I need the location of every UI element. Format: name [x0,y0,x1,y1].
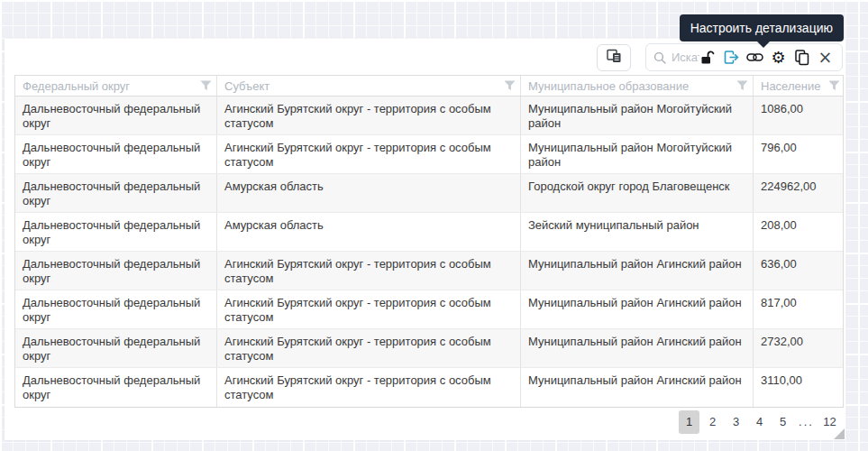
close-icon[interactable]: × [817,49,834,66]
cell-subject: Амурская область [217,213,521,251]
cell-municipality: Городской округ город Благовещенск [521,174,754,212]
table-row[interactable]: Дальневосточный федеральный округ Амурск… [15,213,843,252]
cell-municipality: Муниципальный район Агинский район [521,368,754,407]
resize-handle[interactable] [834,428,845,439]
lock-open-icon[interactable] [699,49,717,66]
cell-subject: Агинский Бурятский округ - территория с … [217,135,521,173]
table-row[interactable]: Дальневосточный федеральный округ Агинск… [15,97,843,135]
cell-subject: Агинский Бурятский округ - территория с … [217,97,521,134]
cell-population: 208,00 [754,213,845,251]
cell-municipality: Муниципальный район Агинский район [521,329,754,367]
column-header-federal-district[interactable]: Федеральный округ [15,76,217,96]
cell-subject: Агинский Бурятский округ - территория с … [217,290,521,328]
cell-population: 636,00 [754,252,845,290]
drill-down-icon[interactable] [723,49,740,66]
column-label: Муниципальное образование [528,79,689,93]
cell-population: 817,00 [754,290,845,328]
gear-icon[interactable]: ⚙ [770,49,787,66]
cell-subject: Агинский Бурятский округ - территория с … [217,329,521,367]
table-row[interactable]: Дальневосточный федеральный округ Агинск… [15,368,843,407]
data-table: Федеральный округ Субъект Муниципальное … [14,75,844,408]
column-header-population[interactable]: Население [754,76,845,96]
table-copy-icon [607,49,622,67]
table-row[interactable]: Дальневосточный федеральный округ Агинск… [15,135,843,174]
cell-federal-district: Дальневосточный федеральный округ [15,213,217,251]
cell-federal-district: Дальневосточный федеральный округ [15,135,217,173]
pagination: 1 2 3 4 5 ... 12 [679,410,840,434]
cell-municipality: Муниципальный район Могойтуйский район [521,97,754,134]
link-icon[interactable] [746,49,763,66]
page-button-1[interactable]: 1 [679,410,699,434]
table-row[interactable]: Дальневосточный федеральный округ Агинск… [15,329,843,368]
cell-federal-district: Дальневосточный федеральный округ [15,252,217,290]
cell-federal-district: Дальневосточный федеральный округ [15,329,217,367]
cell-population: 3110,00 [754,368,845,407]
page-button-3[interactable]: 3 [726,410,746,434]
table-header-row: Федеральный округ Субъект Муниципальное … [15,76,843,97]
cell-municipality: Муниципальный район Агинский район [521,290,754,328]
tooltip-text: Настроить детализацию [690,21,833,35]
column-label: Население [761,79,820,93]
funnel-icon[interactable] [828,80,840,91]
table-widget-panel: ⚙ × Федеральный округ Субъект [5,39,845,440]
copy-icon[interactable] [793,49,810,66]
view-data-button[interactable] [597,44,631,71]
cell-subject: Агинский Бурятский округ - территория с … [217,252,521,290]
funnel-icon[interactable] [200,80,212,91]
page-button-5[interactable]: 5 [772,410,793,434]
cell-municipality: Зейский муниципальный район [521,213,754,251]
cell-municipality: Муниципальный район Могойтуйский район [521,135,754,173]
tooltip: Настроить детализацию [680,14,844,41]
column-header-subject[interactable]: Субъект [217,76,521,96]
cell-population: 1086,00 [754,97,845,134]
page-button-2[interactable]: 2 [702,410,723,434]
pagination-ellipsis: ... [796,410,817,434]
funnel-icon[interactable] [736,80,748,91]
cell-federal-district: Дальневосточный федеральный округ [15,290,217,328]
page-button-4[interactable]: 4 [749,410,770,434]
cell-federal-district: Дальневосточный федеральный округ [15,368,217,407]
table-row[interactable]: Дальневосточный федеральный округ Агинск… [15,290,843,329]
cell-federal-district: Дальневосточный федеральный округ [15,174,217,212]
widget-toolbar: ⚙ × [645,43,843,71]
tooltip-caret [757,41,770,48]
toolbar-icon-group: ⚙ × [699,49,834,66]
cell-population: 796,00 [754,135,845,173]
column-label: Федеральный округ [23,79,130,93]
search-input[interactable] [672,51,699,64]
search-icon [653,51,666,64]
column-header-municipality[interactable]: Муниципальное образование [521,76,754,96]
column-label: Субъект [224,79,270,93]
table-row[interactable]: Дальневосточный федеральный округ Амурск… [15,174,843,213]
cell-population: 2732,00 [754,329,845,367]
cell-municipality: Муниципальный район Агинский район [521,252,754,290]
cell-subject: Агинский Бурятский округ - территория с … [217,368,521,407]
funnel-icon[interactable] [504,80,516,91]
cell-population: 224962,00 [754,174,845,212]
cell-subject: Амурская область [217,174,521,212]
table-row[interactable]: Дальневосточный федеральный округ Агинск… [15,252,843,290]
cell-federal-district: Дальневосточный федеральный округ [15,97,217,134]
